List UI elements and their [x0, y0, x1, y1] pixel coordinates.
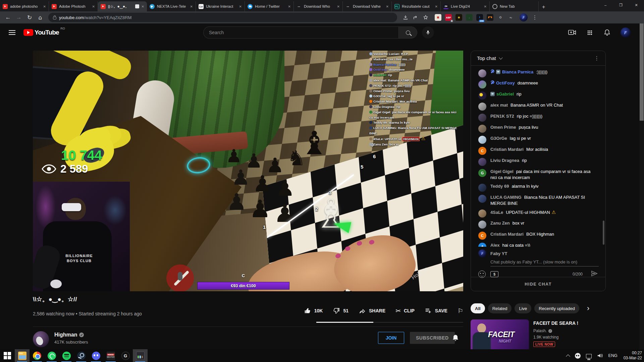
playlist-ext-icon[interactable]: ≡♪	[507, 14, 514, 21]
forward-button[interactable]: →	[14, 13, 23, 22]
like-button[interactable]: 10K	[304, 307, 323, 314]
chat-message[interactable]: CCristian MardariMor acilisia	[471, 145, 605, 156]
tab-close-icon[interactable]: ✕	[288, 5, 291, 8]
chat-message[interactable]: LUCA GAMINGBianca Nica EU AM APASAT SI M…	[471, 193, 605, 208]
clock[interactable]: 00:27 03-Mar-22	[624, 351, 642, 361]
tab-close-icon[interactable]: ✕	[190, 5, 193, 8]
discord-tray-icon[interactable]	[575, 353, 581, 359]
browser-tab[interactable]: ••Download Who✕	[294, 1, 343, 11]
browser-tab[interactable]: adobe photosho✕	[0, 1, 49, 11]
tab-close-icon[interactable]: ✕	[484, 5, 487, 8]
page-scrollbar[interactable]	[639, 23, 644, 349]
save-button[interactable]: SAVE	[425, 307, 447, 314]
spotify[interactable]	[59, 349, 74, 362]
browser-tab[interactable]: ••Download Valhe✕	[343, 1, 392, 11]
search-input[interactable]: Search	[203, 26, 398, 39]
chat-message[interactable]: Liviu Dragnearip	[471, 156, 605, 167]
chat-message-list[interactable]: Bianca Parnica:)))))))OctiFoxydoamneeesG…	[471, 66, 605, 247]
filter-chip-recently-uploaded[interactable]: Recently uploaded	[534, 303, 579, 313]
clip-button[interactable]: ✂ CLIP	[395, 307, 415, 314]
guide-menu-icon[interactable]	[9, 30, 15, 35]
browser-tab[interactable]: New Tab	[490, 1, 539, 11]
new-tab-button[interactable]: +	[542, 4, 545, 10]
emoji-icon[interactable]	[478, 270, 486, 278]
browser-tab[interactable]: 24Live Digi24✕	[441, 1, 490, 11]
account-avatar[interactable]: F	[621, 27, 631, 38]
start-button[interactable]	[0, 349, 15, 362]
suggested-video-thumbnail[interactable]: FACEIT NIGHT	[471, 319, 529, 352]
voice-search-button[interactable]	[422, 26, 434, 39]
chat-message[interactable]: PEN1K ST2rip joc =)))))))	[471, 112, 605, 123]
screenshot-ext-icon[interactable]: ▦	[435, 14, 441, 21]
file-explorer[interactable]	[15, 349, 30, 362]
create-video-icon[interactable]	[568, 28, 576, 37]
youtube-logo[interactable]: YouTube RO	[23, 29, 59, 36]
puzzle-extensions-icon[interactable]: ⬡	[497, 14, 504, 21]
chat-scrollbar[interactable]	[603, 221, 604, 245]
filter-chip-related[interactable]: Related	[488, 303, 512, 313]
send-icon[interactable]	[591, 270, 598, 279]
notifications-bell-icon[interactable]	[603, 28, 611, 37]
chat-mode-selector[interactable]: Top chat	[477, 55, 496, 61]
chat-message[interactable]: sGabrielrip	[471, 90, 605, 101]
voicemeeter[interactable]: VOICEMEETER	[103, 349, 118, 362]
download-icon[interactable]	[402, 14, 409, 20]
network-icon[interactable]	[586, 354, 592, 358]
home-button[interactable]: ⌂	[36, 13, 45, 22]
back-button[interactable]: ←	[3, 13, 13, 22]
superchat-icon[interactable]: $	[490, 271, 498, 277]
whatsapp[interactable]	[44, 349, 59, 362]
browser-menu-icon[interactable]: ⋮	[532, 14, 537, 20]
join-button[interactable]: JOIN	[378, 332, 404, 344]
task-manager[interactable]	[133, 349, 148, 362]
browser-tab[interactable]: NEXTA Live-Tele✕	[147, 1, 196, 11]
chat-message[interactable]: 4SaLeUPDATE-ul HIGHMAN⚠	[471, 208, 605, 219]
language-indicator[interactable]: ENG	[608, 353, 618, 358]
chat-message[interactable]: AAlexhai ca gata =))	[471, 241, 605, 247]
tab-close-icon[interactable]: ✕	[239, 5, 242, 8]
chat-message[interactable]: G3OrGelag si pe vr	[471, 134, 605, 145]
channel-avatar[interactable]	[33, 331, 49, 347]
browser-profile-avatar[interactable]: F	[520, 13, 528, 21]
browser-tab[interactable]: ||☆。●‿●。✕	[98, 1, 147, 11]
filter-chip-all[interactable]: All	[471, 303, 485, 313]
idm-ext-icon[interactable]: ↓	[466, 14, 473, 21]
share-button[interactable]: SHARE	[359, 307, 385, 314]
minimize-button[interactable]: –	[598, 0, 613, 10]
chat-message[interactable]: OctiFoxydoamneee	[471, 79, 605, 90]
video-player[interactable]: ♟♟♟♟♟♟♟♟♟♞♝♗ 123569 Hold to 10 744 2 589…	[33, 51, 463, 291]
subscribed-button[interactable]: SUBSCRIBED	[410, 332, 455, 344]
chat-message[interactable]: Teddy 69alarma în kyiv	[471, 182, 605, 193]
adblock-plus-icon[interactable]: ABP6	[445, 14, 452, 21]
dislike-button[interactable]: 51	[333, 307, 348, 314]
browser-tab[interactable]: FLRezultatele caut✕	[392, 1, 441, 11]
chat-menu-icon[interactable]: ⋮	[594, 55, 599, 61]
tab-close-icon[interactable]: ✕	[386, 5, 389, 8]
chips-more-chevron[interactable]: ›	[587, 304, 589, 313]
tab-close-icon[interactable]: ✕	[43, 5, 46, 8]
reload-button[interactable]: ↻	[25, 13, 34, 22]
search-button[interactable]	[398, 26, 417, 39]
tab-close-icon[interactable]: ✕	[92, 5, 95, 8]
metamask-icon[interactable]: ◤◥	[487, 14, 493, 21]
bookmark-star-icon[interactable]	[423, 14, 429, 20]
hide-chat-button[interactable]: HIDE CHAT	[471, 277, 605, 291]
suggested-video-channel[interactable]: Palash. ✓	[533, 328, 552, 333]
steam[interactable]	[74, 349, 89, 362]
chat-message[interactable]: alex matBanana ASMR on VR Chat	[471, 101, 605, 112]
chat-message[interactable]: GGigel Gigelpai daca imi cumparam vr si …	[471, 167, 605, 182]
chat-message[interactable]: Bianca Parnica:)))))))	[471, 68, 605, 79]
tab-close-icon[interactable]: ✕	[337, 5, 340, 8]
tab-close-icon[interactable]: ✕	[435, 5, 438, 8]
close-button[interactable]: ✕	[629, 0, 644, 10]
apps-grid-icon[interactable]	[586, 28, 594, 37]
chat-message[interactable]: Zanu Zenbox vr	[471, 219, 605, 230]
tray-expand-icon[interactable]	[566, 354, 570, 359]
chat-text-input[interactable]: Chat publicly as Faby YT... (slow mode i…	[490, 259, 599, 266]
logitech-g[interactable]: G	[118, 349, 133, 362]
notification-bell-icon[interactable]	[451, 334, 460, 343]
report-flag-button[interactable]: ⚐	[458, 307, 463, 314]
url-field[interactable]: youtube.com/watch?v=YEAqZitZ8RM	[48, 13, 397, 22]
channel-name[interactable]: Highman ✓	[54, 332, 84, 338]
chat-message[interactable]: CCristian MardariBOX Highman	[471, 230, 605, 241]
